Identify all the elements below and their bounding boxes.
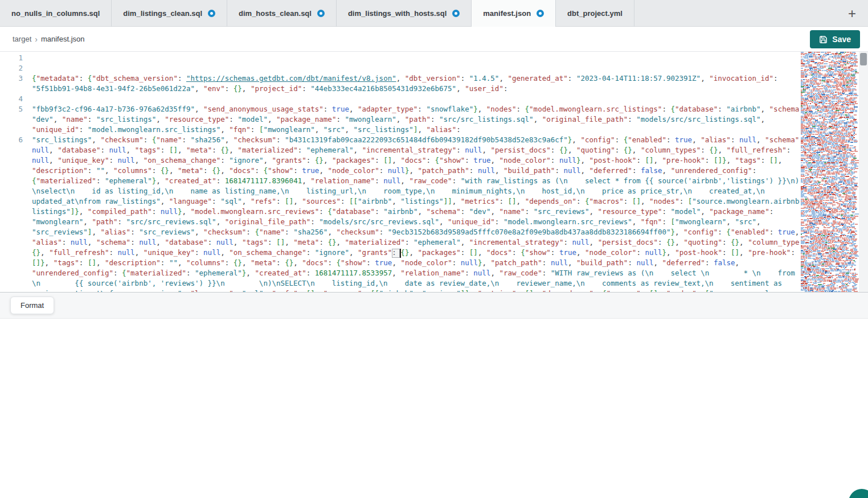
console-toolbar: Format [0,292,868,319]
tab-label: manifest.json [483,9,531,18]
code-row[interactable]: "src_reviews"], "alias": "src_reviews", … [32,227,800,237]
breadcrumb-segment: target [13,35,31,43]
code-line[interactable]: 1 [0,53,800,63]
code-row[interactable]: "unique_id": "model.mwonglearn.src_listi… [32,125,800,135]
text-cursor [400,249,401,258]
line-number: 5 [0,104,32,135]
tab-label: no_nulls_in_columns.sql [11,9,100,18]
tab-dim-hosts-clean-sql[interactable]: dim_hosts_clean.sql [227,0,337,27]
code-row[interactable]: listings"]}, "compiled_path": null}, "mo… [32,207,800,217]
code-row[interactable]: "alias": null, "schema": null, "database… [32,237,800,248]
code-line[interactable]: 2 [0,63,800,73]
code-line[interactable]: 3{"metadata": {"dbt_schema_version": "ht… [0,73,800,94]
unsaved-changes-dot-icon[interactable] [208,10,215,17]
code-row[interactable]: "unrendered_config": {"materialized": "e… [32,268,800,278]
save-label: Save [832,35,851,44]
code-row[interactable]: "dev", "name": "src_listings", "resource… [32,114,800,125]
code-row[interactable]: "fbb9f3c2-cf96-4a17-b736-976a62d35ff9", … [32,104,800,114]
results-panel [0,319,868,498]
code-row[interactable]: "mwonglearn", "path": "src/src_reviews.s… [32,217,800,227]
scrollbar-track[interactable] [859,52,868,292]
tab-manifest-json[interactable]: manifest.json [472,0,556,27]
new-tab-button[interactable]: + [841,0,863,27]
scrollbar-thumb[interactable] [860,53,867,65]
line-number: 6 [0,135,32,292]
code-row[interactable]: \n {{ source('airbnb', 'reviews') }}\n \… [32,278,800,289]
breadcrumb: target›manifest.json [13,35,85,44]
code-row[interactable] [32,94,800,104]
breadcrumb-segment: manifest.json [41,35,85,43]
code-row[interactable]: {}, "full_refresh": null, "unique_key": … [32,248,800,258]
save-button[interactable]: Save [810,30,860,48]
tab-dim-listings-with-hosts-sql[interactable]: dim_listings_with_hosts.sql [337,0,472,27]
code-row[interactable]: {"metadata": {"dbt_schema_version": "htt… [32,73,800,84]
code-row[interactable]: \nselect\n id as listing_id,\n name as l… [32,186,800,196]
code-row[interactable] [32,63,800,73]
code-row[interactable] [32,53,800,63]
code-row[interactable]: null, "database": null, "tags": [], "met… [32,145,800,155]
unsaved-changes-dot-icon[interactable] [537,10,544,17]
tab-no-nulls-in-columns-sql[interactable]: no_nulls_in_columns.sql [0,0,112,27]
tab-label: dbt_project.yml [567,9,623,18]
chevron-right-icon: › [35,35,38,44]
bracket-match-highlight [392,249,400,258]
code-line[interactable]: 5"fbb9f3c2-cf96-4a17-b736-976a62d35ff9",… [0,104,800,135]
code-row[interactable]: updated_at\nfrom raw_listings", "languag… [32,196,800,207]
code-line[interactable]: 4 [0,94,800,104]
code-row[interactable]: null, "unique_key": null, "on_schema_cha… [32,155,800,166]
code-line[interactable]: 6"src_listings", "checksum": {"name": "s… [0,135,800,292]
tab-dim-listings-clean-sql[interactable]: dim_listings_clean.sql [112,0,227,27]
format-button[interactable]: Format [10,297,54,314]
line-number: 3 [0,73,32,94]
save-icon [819,35,828,44]
line-number: 2 [0,63,32,73]
unsaved-changes-dot-icon[interactable] [452,10,460,17]
code-row[interactable]: []}, "tags": [], "description": "", "col… [32,258,800,268]
ide-window: no_nulls_in_columns.sqldim_listings_clea… [0,0,868,498]
tab-label: dim_listings_clean.sql [123,9,202,18]
code-row[interactable]: {"materialized": "ephemeral"}, "created_… [32,176,800,186]
tab-bar: no_nulls_in_columns.sqldim_listings_clea… [0,0,868,27]
tab-label: dim_hosts_clean.sql [239,9,312,18]
line-number: 4 [0,94,32,104]
code-row[interactable]: "src_listings", "checksum": {"name": "sh… [32,135,800,145]
minimap-canvas [800,52,859,292]
tab-label: dim_listings_with_hosts.sql [348,9,447,18]
unsaved-changes-dot-icon[interactable] [317,10,325,17]
breadcrumb-bar: target›manifest.json Save [0,27,868,52]
code-editor[interactable]: 1 2 3{"metadata": {"dbt_schema_version":… [0,52,868,292]
minimap[interactable] [800,52,859,292]
code-row[interactable]: "description": "", "columns": {}, "meta"… [32,166,800,176]
code-row[interactable]: "5f51bb91-94b8-4e31-94f2-26b5e061d22a", … [32,84,800,94]
line-number: 1 [0,53,32,63]
tab-dbt-project-yml[interactable]: dbt_project.yml [556,0,634,27]
